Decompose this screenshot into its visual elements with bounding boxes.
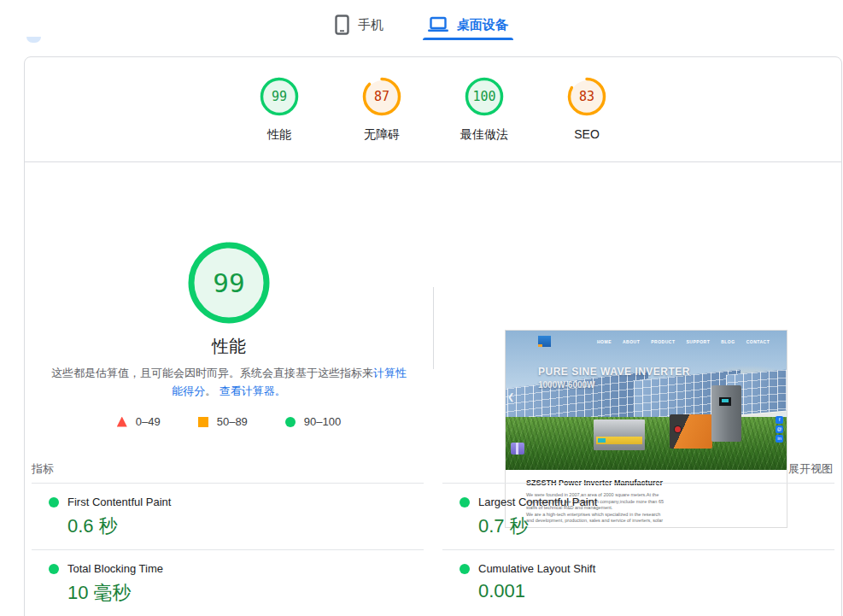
linkedin-icon: in — [776, 435, 783, 443]
social-icons: f @ in — [776, 416, 783, 443]
metric-value: 10 毫秒 — [67, 580, 424, 606]
seo-score-value: 83 — [566, 76, 607, 117]
social-icon: @ — [776, 425, 783, 433]
performance-score-value: 99 — [259, 76, 300, 117]
metric-cumulative-layout-shift: Cumulative Layout Shift 0.001 — [442, 549, 834, 616]
performance-overview: 99 性能 这些都是估算值，且可能会因时而异。系统会直接基于这些指标来计算性能得… — [25, 162, 841, 449]
metric-name: Largest Contentful Paint — [478, 496, 597, 508]
metric-first-contentful-paint: First Contentful Paint 0.6 秒 — [32, 483, 424, 549]
phone-icon — [335, 15, 349, 35]
silver-inverter — [594, 419, 645, 450]
pass-dot-icon — [49, 497, 59, 507]
performance-gauge: 99 — [259, 76, 300, 117]
best-practices-score-label: 最佳做法 — [460, 127, 508, 143]
score-accessibility[interactable]: 87 无障碍 — [348, 76, 416, 143]
legend-average-range: 50–89 — [217, 415, 248, 428]
site-nav-contact: CONTACT — [746, 339, 770, 344]
carousel-prev-icon: ❮ — [507, 392, 514, 402]
site-nav-product: PRODUCT — [651, 339, 675, 344]
tower-inverter — [711, 385, 741, 442]
pass-dot-icon — [49, 564, 59, 574]
vertical-divider — [433, 287, 434, 369]
site-hero-title: PURE SINE WAVE INVERTER — [538, 366, 690, 378]
tab-mobile-label: 手机 — [358, 17, 383, 33]
score-best-practices[interactable]: 100 最佳做法 — [450, 76, 518, 143]
performance-summary: 99 性能 这些都是估算值，且可能会因时而异。系统会直接基于这些指标来计算性能得… — [25, 162, 433, 428]
legend-fail-range: 0–49 — [136, 415, 161, 428]
score-disclaimer: 这些都是估算值，且可能会因时而异。系统会直接基于这些指标来计算性能得分。 查看计… — [50, 364, 408, 400]
device-tabs: 手机 桌面设备 — [0, 0, 843, 48]
site-logo — [538, 336, 551, 347]
legend-fail: 0–49 — [117, 415, 161, 428]
metric-largest-contentful-paint: Largest Contentful Paint 0.7 秒 — [442, 483, 834, 549]
score-performance[interactable]: 99 性能 — [245, 76, 313, 143]
site-nav-support: SUPPORT — [687, 339, 711, 344]
expand-view-link[interactable]: 展开视图 — [788, 461, 833, 477]
tab-desktop-label: 桌面设备 — [457, 17, 508, 33]
metrics-grid: First Contentful Paint 0.6 秒 Largest Con… — [25, 483, 841, 616]
tab-desktop[interactable]: 桌面设备 — [421, 0, 515, 39]
active-tab-underline — [423, 38, 513, 40]
metrics-header: 指标 展开视图 — [25, 461, 841, 477]
metric-name: Total Blocking Time — [67, 562, 163, 575]
metric-name: Cumulative Layout Shift — [478, 562, 595, 575]
score-legend: 0–49 50–89 90–100 — [25, 415, 433, 428]
performance-score-label: 性能 — [267, 127, 291, 143]
best-practices-score-value: 100 — [464, 76, 505, 117]
site-hero-subtitle: 1000W-6000W — [538, 380, 595, 390]
orange-inverter — [670, 414, 712, 449]
laptop-icon — [428, 16, 448, 33]
metrics-title: 指标 — [32, 461, 54, 477]
pass-dot-icon — [460, 497, 470, 507]
disclaimer-text: 这些都是估算值，且可能会因时而异。系统会直接基于这些指标来 — [51, 367, 373, 379]
legend-pass: 90–100 — [285, 415, 341, 428]
metric-value: 0.6 秒 — [67, 513, 424, 539]
score-seo[interactable]: 83 SEO — [553, 76, 621, 143]
site-hero-image: HOME ABOUT PRODUCT SUPPORT BLOG CONTACT … — [506, 331, 787, 470]
legend-pass-range: 90–100 — [304, 415, 341, 428]
metric-value: 0.7 秒 — [478, 513, 834, 539]
site-nav-links: HOME ABOUT PRODUCT SUPPORT BLOG CONTACT — [597, 339, 770, 344]
accessibility-score-value: 87 — [361, 76, 402, 117]
facebook-icon: f — [776, 416, 783, 424]
performance-main-score: 99 — [188, 242, 270, 324]
accessibility-score-label: 无障碍 — [364, 127, 400, 143]
category-scores-row: 99 性能 87 无障碍 — [25, 57, 841, 143]
site-navbar: HOME ABOUT PRODUCT SUPPORT BLOG CONTACT — [506, 336, 787, 347]
metric-total-blocking-time: Total Blocking Time 10 毫秒 — [32, 549, 424, 616]
gift-box-icon — [511, 443, 524, 455]
average-square-icon — [198, 417, 208, 427]
fail-triangle-icon — [117, 417, 127, 427]
pass-circle-icon — [285, 417, 296, 427]
tab-mobile[interactable]: 手机 — [328, 0, 390, 39]
report-card: 99 性能 87 无障碍 — [24, 56, 842, 616]
best-practices-gauge: 100 — [464, 76, 505, 117]
disclaimer-sep: 。 — [205, 384, 220, 397]
performance-main-gauge: 99 — [188, 242, 270, 324]
accessibility-gauge: 87 — [361, 76, 402, 117]
seo-score-label: SEO — [574, 127, 600, 141]
site-nav-home: HOME — [597, 339, 612, 344]
pass-dot-icon — [460, 564, 470, 574]
metric-value: 0.001 — [478, 580, 834, 602]
site-nav-about: ABOUT — [623, 339, 640, 344]
site-nav-blog: BLOG — [721, 339, 735, 344]
legend-average: 50–89 — [198, 415, 248, 428]
view-calculator-link[interactable]: 查看计算器。 — [220, 384, 286, 397]
pagespeed-insights-page: 手机 桌面设备 99 性能 — [0, 0, 843, 616]
seo-gauge: 83 — [566, 76, 607, 117]
performance-section-title: 性能 — [25, 335, 433, 358]
metric-name: First Contentful Paint — [67, 496, 171, 508]
